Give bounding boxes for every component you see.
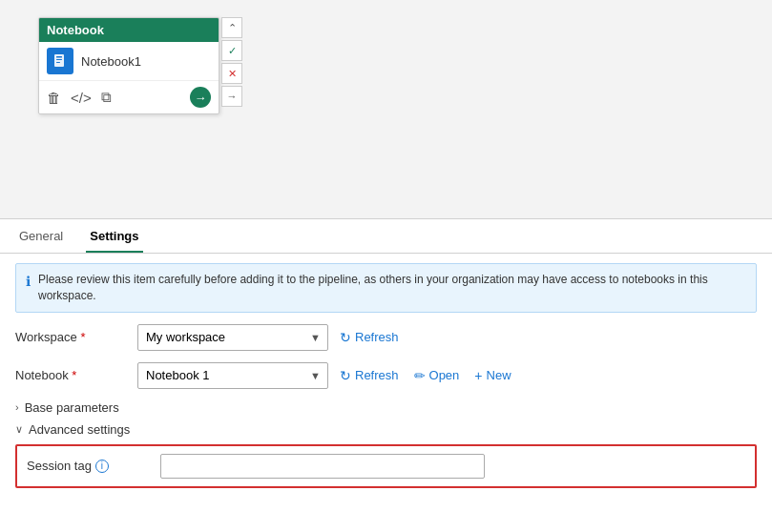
- svg-rect-3: [56, 62, 60, 63]
- notebook-icon: [47, 48, 73, 74]
- notebook-card-header: Notebook: [39, 18, 219, 42]
- workspace-refresh-icon: ↻: [340, 330, 351, 345]
- notebook-select[interactable]: Notebook 1: [137, 362, 328, 389]
- tab-settings[interactable]: Settings: [86, 219, 142, 253]
- session-tag-label-container: Session tag i: [27, 459, 160, 473]
- check-red-btn[interactable]: ✕: [221, 63, 242, 84]
- notebook-card-body: Notebook1: [39, 42, 219, 81]
- advanced-settings-label: Advanced settings: [29, 422, 130, 437]
- code-icon[interactable]: </>: [71, 90, 92, 106]
- svg-rect-1: [56, 56, 62, 58]
- tabs-bar: General Settings: [0, 219, 772, 254]
- base-parameters-section[interactable]: › Base parameters: [15, 400, 757, 415]
- info-message: Please review this item carefully before…: [38, 272, 746, 304]
- notebook-refresh-button[interactable]: ↻ Refresh: [336, 368, 403, 383]
- session-tag-label: Session tag: [27, 459, 92, 473]
- notebook-card: Notebook Notebook1 🗑 </> ⧉ →: [38, 17, 219, 114]
- copy-icon[interactable]: ⧉: [101, 89, 112, 106]
- notebook-new-icon: +: [474, 368, 482, 383]
- notebook-label: Notebook *: [15, 368, 130, 382]
- check-green-btn[interactable]: ✓: [221, 40, 242, 61]
- advanced-settings-section[interactable]: ∨ Advanced settings: [15, 422, 757, 437]
- advanced-settings-chevron: ∨: [15, 423, 23, 436]
- base-params-chevron: ›: [15, 401, 19, 413]
- base-params-label: Base parameters: [25, 400, 119, 415]
- session-tag-input[interactable]: [160, 454, 485, 479]
- workspace-select[interactable]: My workspace: [137, 324, 328, 351]
- scroll-up-btn[interactable]: ⌃: [221, 17, 242, 38]
- workspace-required: *: [80, 330, 85, 344]
- bottom-panel: General Settings ℹ Please review this it…: [0, 219, 772, 532]
- notebook-item-name: Notebook1: [81, 54, 141, 69]
- svg-rect-0: [54, 54, 64, 67]
- workspace-row: Workspace * My workspace ▼ ↻ Refresh: [15, 324, 757, 351]
- svg-rect-2: [56, 59, 62, 60]
- side-scroll-panel: ⌃ ✓ ✕ →: [221, 17, 242, 107]
- notebook-open-button[interactable]: ✏ Open: [410, 368, 464, 383]
- notebook-select-wrapper: Notebook 1 ▼: [137, 362, 328, 389]
- notebook-card-actions: 🗑 </> ⧉ →: [39, 81, 219, 113]
- workspace-refresh-button[interactable]: ↻ Refresh: [336, 330, 403, 345]
- session-tag-info-icon[interactable]: i: [95, 460, 109, 473]
- info-icon: ℹ: [26, 273, 31, 292]
- go-button[interactable]: →: [190, 87, 211, 108]
- scroll-right-btn[interactable]: →: [221, 86, 242, 107]
- session-tag-row: Session tag i: [15, 444, 757, 488]
- form-area: Workspace * My workspace ▼ ↻ Refresh Not…: [0, 320, 772, 492]
- canvas-area: Notebook Notebook1 🗑 </> ⧉ → ⌃ ✓ ✕ →: [0, 0, 772, 219]
- tab-general[interactable]: General: [15, 219, 67, 253]
- notebook-card-title: Notebook: [47, 23, 104, 37]
- workspace-select-wrapper: My workspace ▼: [137, 324, 328, 351]
- workspace-label: Workspace *: [15, 330, 130, 344]
- notebook-new-button[interactable]: + New: [470, 368, 514, 383]
- delete-icon[interactable]: 🗑: [47, 90, 61, 106]
- notebook-open-icon: ✏: [414, 368, 426, 383]
- notebook-required: *: [72, 368, 76, 382]
- notebook-refresh-icon: ↻: [340, 368, 351, 383]
- info-bar: ℹ Please review this item carefully befo…: [15, 263, 757, 313]
- notebook-row: Notebook * Notebook 1 ▼ ↻ Refresh ✏ Open…: [15, 362, 757, 389]
